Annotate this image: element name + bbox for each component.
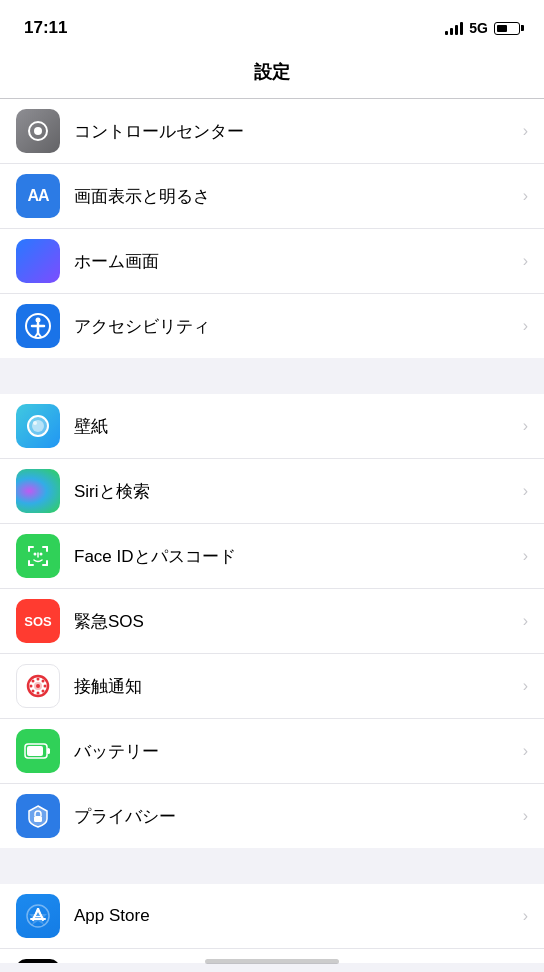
row-label: 接触通知	[74, 675, 523, 698]
svg-point-20	[40, 553, 43, 556]
svg-point-26	[44, 685, 47, 688]
row-label: Face IDとパスコード	[74, 545, 523, 568]
siri-icon	[16, 469, 60, 513]
section-partial: コントロールセンター › AA 画面表示と明るさ › ホーム画面 ›	[0, 99, 544, 358]
list-item[interactable]: 壁紙 ›	[0, 394, 544, 459]
list-item[interactable]: SOS 緊急SOS ›	[0, 589, 544, 654]
wallet-icon	[16, 959, 60, 963]
settings-list: コントロールセンター › AA 画面表示と明るさ › ホーム画面 ›	[0, 99, 544, 963]
homescreen-icon	[16, 239, 60, 283]
list-item[interactable]: プライバシー ›	[0, 784, 544, 848]
list-item[interactable]: 接触通知 ›	[0, 654, 544, 719]
network-type: 5G	[469, 20, 488, 36]
chevron-icon: ›	[523, 907, 528, 925]
list-item[interactable]: AA 画面表示と明るさ ›	[0, 164, 544, 229]
svg-rect-35	[27, 746, 43, 756]
faceid-icon	[16, 534, 60, 578]
row-label: 画面表示と明るさ	[74, 185, 523, 208]
section-personalization: 壁紙 › Siriと検索 ›	[0, 394, 544, 848]
svg-point-10	[33, 421, 37, 425]
svg-point-23	[37, 678, 40, 681]
chevron-icon: ›	[523, 547, 528, 565]
svg-point-28	[42, 680, 45, 683]
row-label: バッテリー	[74, 740, 523, 763]
svg-point-25	[30, 685, 33, 688]
svg-point-19	[34, 553, 37, 556]
page-title: 設定	[254, 62, 290, 82]
row-label: プライバシー	[74, 805, 523, 828]
chevron-icon: ›	[523, 482, 528, 500]
chevron-icon: ›	[523, 612, 528, 630]
svg-point-24	[37, 692, 40, 695]
row-label: アクセシビリティ	[74, 315, 523, 338]
chevron-icon: ›	[523, 187, 528, 205]
battery-icon	[494, 22, 520, 35]
row-label: ホーム画面	[74, 250, 523, 273]
chevron-icon: ›	[523, 742, 528, 760]
svg-rect-14	[46, 546, 48, 552]
svg-point-27	[32, 680, 35, 683]
svg-rect-12	[28, 546, 30, 552]
svg-point-29	[32, 690, 35, 693]
status-icons: 5G	[445, 20, 520, 36]
list-item[interactable]: A App Store ›	[0, 884, 544, 949]
chevron-icon: ›	[523, 807, 528, 825]
signal-icon	[445, 21, 463, 35]
control-center-icon	[16, 109, 60, 153]
svg-rect-16	[28, 560, 30, 566]
display-icon: AA	[16, 174, 60, 218]
svg-rect-18	[46, 560, 48, 566]
svg-point-30	[42, 690, 45, 693]
home-indicator	[205, 959, 339, 964]
row-label: 壁紙	[74, 415, 523, 438]
list-item[interactable]: アクセシビリティ ›	[0, 294, 544, 358]
svg-rect-34	[47, 748, 50, 754]
section-divider	[0, 358, 544, 394]
row-label: コントロールセンター	[74, 120, 523, 143]
svg-point-32	[36, 684, 40, 688]
svg-text:A: A	[32, 905, 44, 925]
row-label: 緊急SOS	[74, 610, 523, 633]
list-item[interactable]: Siriと検索 ›	[0, 459, 544, 524]
chevron-icon: ›	[523, 317, 528, 335]
chevron-icon: ›	[523, 417, 528, 435]
svg-rect-36	[34, 816, 42, 822]
accessibility-icon	[16, 304, 60, 348]
list-item[interactable]: Face IDとパスコード ›	[0, 524, 544, 589]
status-time: 17:11	[24, 18, 67, 38]
privacy-icon	[16, 794, 60, 838]
chevron-icon: ›	[523, 252, 528, 270]
status-bar: 17:11 5G	[0, 0, 544, 50]
list-item[interactable]: バッテリー ›	[0, 719, 544, 784]
nav-title-bar: 設定	[0, 50, 544, 99]
row-label: Siriと検索	[74, 480, 523, 503]
svg-line-7	[38, 333, 41, 337]
chevron-icon: ›	[523, 122, 528, 140]
section-divider	[0, 848, 544, 884]
wallpaper-icon	[16, 404, 60, 448]
sos-icon: SOS	[16, 599, 60, 643]
svg-point-1	[34, 127, 42, 135]
exposure-icon	[16, 664, 60, 708]
appstore-icon: A	[16, 894, 60, 938]
list-item[interactable]: ホーム画面 ›	[0, 229, 544, 294]
section-apps: A App Store › Walletと Apple Pay ›	[0, 884, 544, 963]
row-label: App Store	[74, 906, 523, 926]
battery-settings-icon	[16, 729, 60, 773]
list-item[interactable]: コントロールセンター ›	[0, 99, 544, 164]
chevron-icon: ›	[523, 677, 528, 695]
